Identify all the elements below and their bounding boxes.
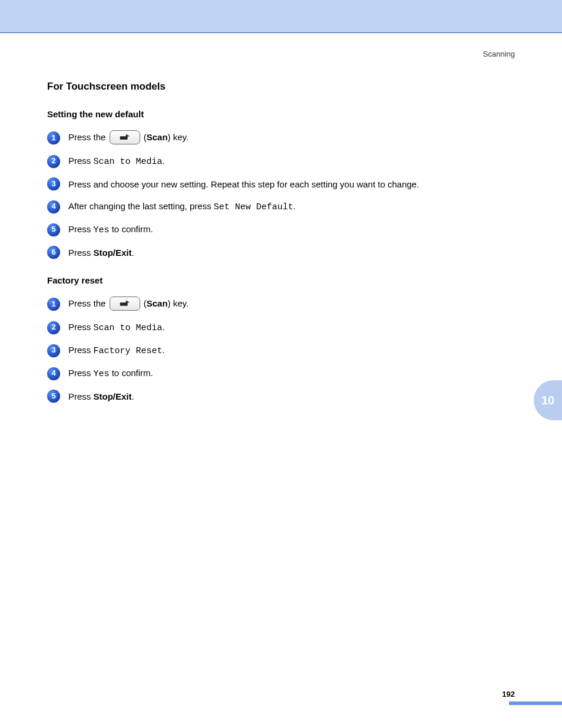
step-bullet: 1: [47, 298, 60, 311]
step-text: Press the (Scan) key.: [68, 297, 515, 311]
step-row: 4 After changing the last setting, press…: [47, 200, 515, 213]
step-bullet: 2: [47, 155, 60, 168]
step-row: 4 Press Yes to confirm.: [47, 367, 515, 380]
step-bullet: 3: [47, 177, 60, 190]
footer-accent-bar: [509, 701, 562, 705]
step-text: Press Yes to confirm.: [68, 223, 515, 236]
step-row: 5 Press Yes to confirm.: [47, 223, 515, 236]
step-bullet: 5: [47, 223, 60, 236]
step-bullet: 4: [47, 200, 60, 213]
page-content: For Touchscreen models Setting the new d…: [0, 58, 562, 403]
subheading-setting-default: Setting the new default: [47, 109, 515, 119]
step-text: After changing the last setting, press S…: [68, 200, 515, 213]
step-bullet: 6: [47, 246, 60, 259]
top-color-band: [0, 0, 562, 32]
step-row: 2 Press Scan to Media.: [47, 154, 515, 168]
section-header: Scanning: [0, 33, 562, 58]
step-bullet: 4: [47, 367, 60, 380]
step-text: Press Scan to Media.: [68, 154, 515, 168]
step-bullet: 5: [47, 390, 60, 403]
step-row: 3 Press Factory Reset.: [47, 344, 515, 357]
step-bullet: 3: [47, 344, 60, 357]
step-text: Press Scan to Media.: [68, 321, 515, 334]
step-row: 3 Press and choose your new setting. Rep…: [47, 177, 515, 190]
step-row: 1 Press the (Scan) key.: [47, 297, 515, 311]
step-text: Press Factory Reset.: [68, 344, 515, 357]
step-row: 1 Press the (Scan) key.: [47, 131, 515, 145]
step-row: 6 Press Stop/Exit.: [47, 246, 515, 259]
main-heading: For Touchscreen models: [47, 81, 515, 93]
subheading-factory-reset: Factory reset: [47, 275, 515, 285]
step-text: Press and choose your new setting. Repea…: [68, 178, 515, 190]
step-text: Press the (Scan) key.: [68, 131, 515, 145]
step-bullet: 1: [47, 131, 60, 144]
step-text: Press Stop/Exit.: [68, 390, 515, 403]
scan-key-icon: [110, 297, 140, 311]
step-text: Press Yes to confirm.: [68, 367, 515, 380]
step-row: 2 Press Scan to Media.: [47, 321, 515, 334]
page-number: 192: [502, 690, 515, 699]
step-bullet: 2: [47, 321, 60, 334]
step-text: Press Stop/Exit.: [68, 246, 515, 259]
step-row: 5 Press Stop/Exit.: [47, 390, 515, 403]
scan-key-icon: [110, 130, 140, 144]
